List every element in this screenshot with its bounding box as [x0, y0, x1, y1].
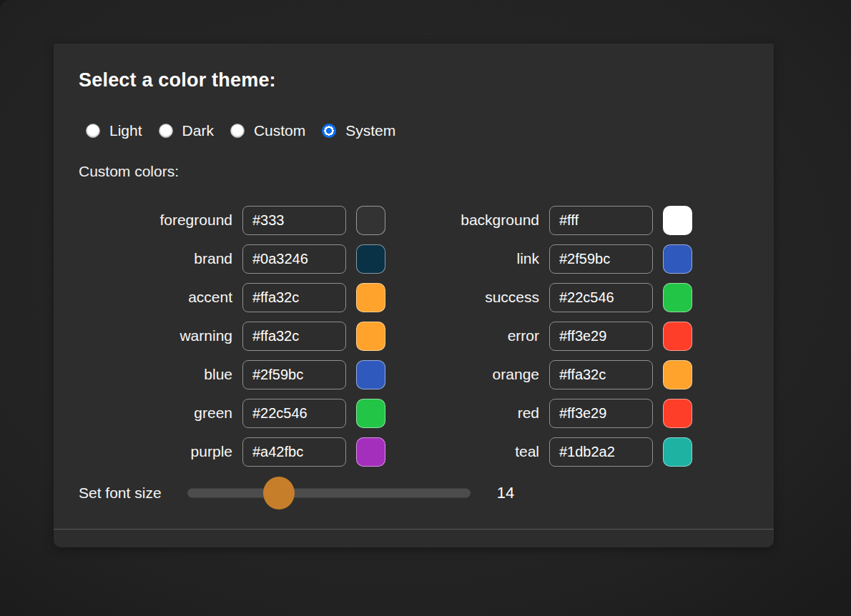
color-hex-input-blue[interactable]: [242, 360, 346, 389]
color-row-link: link: [400, 239, 692, 278]
font-size-slider-track[interactable]: [187, 489, 471, 498]
custom-colors-left-column: foreground brand accent warning blue: [79, 201, 385, 471]
color-row-red: red: [400, 394, 692, 432]
radio-label: Custom: [254, 122, 305, 139]
custom-colors-heading: Custom colors:: [79, 163, 179, 180]
color-row-teal: teal: [400, 432, 692, 471]
color-hex-input-teal[interactable]: [549, 437, 653, 467]
theme-radio-group: Light Dark Custom System: [86, 122, 395, 139]
color-name-label: foreground: [79, 212, 232, 229]
color-swatch-error[interactable]: [663, 322, 692, 351]
color-row-error: error: [400, 317, 692, 355]
color-hex-input-foreground[interactable]: [242, 206, 346, 235]
color-swatch-purple[interactable]: [356, 437, 385, 467]
desktop-background: Select a color theme: Light Dark Custom …: [0, 0, 851, 616]
color-name-label: error: [400, 327, 539, 344]
color-theme-settings-panel: Select a color theme: Light Dark Custom …: [54, 44, 774, 547]
color-swatch-accent[interactable]: [356, 283, 385, 312]
radio-label: System: [345, 122, 395, 139]
color-row-success: success: [400, 278, 692, 317]
color-row-brand: brand: [79, 239, 385, 278]
color-name-label: accent: [79, 289, 232, 306]
color-row-orange: orange: [400, 355, 692, 394]
color-hex-input-red[interactable]: [549, 399, 653, 428]
color-hex-input-purple[interactable]: [242, 437, 346, 467]
color-name-label: link: [400, 250, 539, 267]
font-size-slider-thumb[interactable]: [263, 477, 295, 510]
radio-option-light[interactable]: Light: [86, 122, 142, 139]
radio-option-system[interactable]: System: [322, 122, 395, 139]
color-swatch-warning[interactable]: [356, 322, 385, 351]
color-name-label: background: [400, 212, 539, 229]
color-name-label: teal: [400, 443, 539, 460]
color-swatch-green[interactable]: [356, 399, 385, 428]
page-title: Select a color theme:: [79, 69, 276, 91]
font-size-row: Set font size 14: [54, 477, 774, 510]
color-row-purple: purple: [79, 432, 385, 471]
radio-label: Light: [109, 122, 142, 139]
panel-bottom-divider: [54, 529, 774, 530]
color-name-label: brand: [79, 250, 232, 267]
color-swatch-link[interactable]: [663, 244, 692, 274]
color-name-label: red: [400, 404, 539, 422]
radio-icon[interactable]: [322, 124, 336, 138]
radio-option-dark[interactable]: Dark: [159, 122, 214, 139]
font-size-value: 14: [488, 484, 523, 502]
color-row-warning: warning: [79, 317, 385, 355]
color-hex-input-warning[interactable]: [242, 322, 346, 351]
color-row-green: green: [79, 394, 385, 432]
color-swatch-orange[interactable]: [663, 360, 692, 389]
color-hex-input-link[interactable]: [549, 244, 653, 274]
radio-label: Dark: [182, 122, 214, 139]
custom-colors-right-column: background link success error orange: [400, 201, 692, 471]
radio-icon[interactable]: [86, 124, 100, 138]
color-swatch-success[interactable]: [663, 283, 692, 312]
color-swatch-brand[interactable]: [356, 244, 385, 274]
color-swatch-red[interactable]: [663, 399, 692, 428]
color-hex-input-orange[interactable]: [549, 360, 653, 389]
color-hex-input-success[interactable]: [549, 283, 653, 312]
color-name-label: blue: [79, 366, 232, 383]
color-name-label: purple: [79, 443, 232, 460]
color-name-label: orange: [400, 366, 539, 383]
color-swatch-blue[interactable]: [356, 360, 385, 389]
color-hex-input-error[interactable]: [549, 322, 653, 351]
color-row-foreground: foreground: [79, 201, 385, 239]
radio-option-custom[interactable]: Custom: [230, 122, 305, 139]
color-hex-input-accent[interactable]: [242, 283, 346, 312]
color-hex-input-green[interactable]: [242, 399, 346, 428]
font-size-label: Set font size: [79, 485, 162, 502]
color-hex-input-brand[interactable]: [242, 244, 346, 274]
color-row-accent: accent: [79, 278, 385, 317]
color-swatch-background[interactable]: [663, 206, 692, 235]
color-hex-input-background[interactable]: [549, 206, 653, 235]
color-swatch-foreground[interactable]: [356, 206, 385, 235]
color-name-label: green: [79, 404, 232, 422]
color-swatch-teal[interactable]: [663, 437, 692, 467]
color-row-blue: blue: [79, 355, 385, 394]
color-name-label: success: [400, 289, 539, 306]
radio-icon[interactable]: [230, 124, 245, 138]
color-row-background: background: [400, 201, 692, 239]
color-name-label: warning: [79, 327, 232, 344]
radio-icon[interactable]: [159, 124, 173, 138]
